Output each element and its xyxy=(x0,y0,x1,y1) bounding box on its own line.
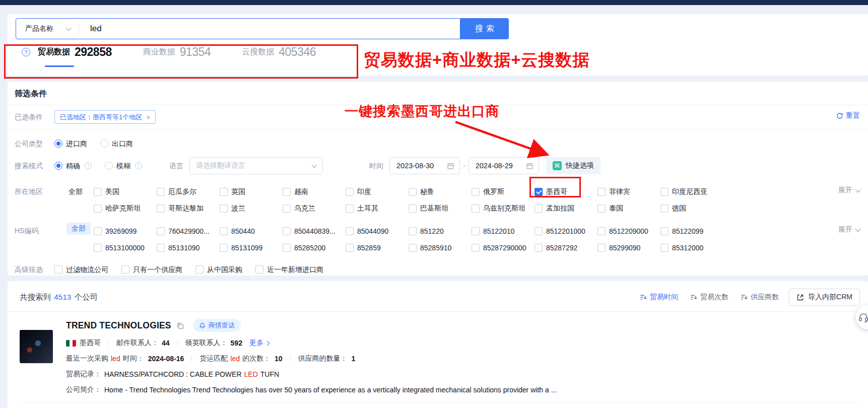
keyword-highlight: led xyxy=(111,355,120,363)
company-list-item[interactable]: TREND TECHNOLOGIES 商情雷达 墨西哥 邮件联系人： 44 xyxy=(8,312,868,394)
hscode-checkbox-8513100000[interactable]: 8513100000 xyxy=(94,244,157,252)
checkbox-icon xyxy=(283,188,291,196)
hscode-checkbox-760429900...[interactable]: 760429900... xyxy=(157,227,220,235)
keyword-highlight: led xyxy=(230,355,240,363)
search-input[interactable] xyxy=(79,24,460,34)
copy-icon[interactable] xyxy=(176,322,184,329)
region-checkbox-巴基斯坦[interactable]: 巴基斯坦 xyxy=(409,204,472,213)
region-checkbox-秘鲁[interactable]: 秘鲁 xyxy=(409,187,472,196)
advanced-filter-label: 高级筛选 xyxy=(15,263,54,276)
checkbox-icon xyxy=(409,244,417,252)
radio-option-精确[interactable]: 精确i xyxy=(54,157,92,174)
region-checkbox-德国[interactable]: 德国 xyxy=(660,204,723,213)
hscode-checkbox-852859[interactable]: 852859 xyxy=(346,244,409,252)
sort-label: 供应商数 xyxy=(751,293,779,302)
trade-record-label: 贸易记录： xyxy=(66,370,101,379)
radio-icon xyxy=(54,162,62,170)
hscode-checkbox-85287292[interactable]: 85287292 xyxy=(535,244,597,252)
reset-button[interactable]: 重置 xyxy=(836,111,860,120)
advanced-checkbox-从中国采购[interactable]: 从中国采购 xyxy=(195,263,242,276)
region-checkbox-菲律宾[interactable]: 菲律宾 xyxy=(597,187,660,196)
checkbox-row: 美国厄瓜多尔英国越南印度秘鲁俄罗斯墨西哥菲律宾印度尼西亚 xyxy=(94,183,860,200)
hscode-checkbox-85285200[interactable]: 85285200 xyxy=(283,244,346,252)
checkbox-label: 850440839... xyxy=(294,227,336,235)
purchase-prefix: 最近一次采购 xyxy=(66,354,108,363)
company-name[interactable]: TREND TECHNOLOGIES xyxy=(66,320,171,331)
region-checkbox-越南[interactable]: 越南 xyxy=(283,187,346,196)
trade-record-row: 贸易记录： HARNESS/PATCHCORD : CABLE POWER LE… xyxy=(66,370,860,379)
checkbox-icon xyxy=(346,227,354,235)
hscode-checkbox-85287290000[interactable]: 85287290000 xyxy=(472,244,535,252)
sort-贸易时间[interactable]: 贸易时间 xyxy=(640,293,678,302)
info-icon: i xyxy=(85,162,92,169)
region-checkbox-美国[interactable]: 美国 xyxy=(94,187,157,196)
region-checkbox-哈萨克斯坦[interactable]: 哈萨克斯坦 xyxy=(94,204,157,213)
region-checkbox-乌兹别克斯坦[interactable]: 乌兹别克斯坦 xyxy=(472,204,535,213)
advanced-checkbox-近一年新增进口商[interactable]: 近一年新增进口商 xyxy=(255,263,323,276)
checkbox-label: 85285200 xyxy=(294,244,325,252)
hscode-checkbox-85122099[interactable]: 85122099 xyxy=(660,227,723,235)
radar-badge[interactable]: 商情雷达 xyxy=(193,319,241,332)
divider xyxy=(177,339,178,347)
radio-option-模糊[interactable]: 模糊i xyxy=(105,157,142,174)
checkbox-label: 85122010 xyxy=(483,227,514,235)
region-checkbox-印度[interactable]: 印度 xyxy=(346,187,409,196)
hscode-checkbox-85131099[interactable]: 85131099 xyxy=(220,244,283,252)
hscode-checkbox-39269099[interactable]: 39269099 xyxy=(94,227,157,235)
import-icon xyxy=(796,294,804,301)
hscode-checkbox-851220[interactable]: 851220 xyxy=(409,227,472,235)
radio-option-进口商[interactable]: 进口商 xyxy=(54,137,87,150)
region-checkbox-波兰[interactable]: 波兰 xyxy=(220,204,283,213)
divider xyxy=(108,339,109,347)
chevron-down-icon xyxy=(855,226,860,232)
checkbox-label: 越南 xyxy=(294,187,308,196)
language-placeholder: 请选择翻译语言 xyxy=(196,161,245,170)
chevron-right-icon xyxy=(264,341,270,346)
hscode-checkbox-85131090[interactable]: 85131090 xyxy=(157,244,220,252)
search-button[interactable]: 搜索 xyxy=(460,18,509,39)
more-link[interactable]: 更多 xyxy=(249,338,269,348)
remove-tag-icon[interactable]: × xyxy=(146,113,150,121)
calendar-icon xyxy=(526,162,533,170)
checkbox-icon xyxy=(535,244,543,252)
region-checkbox-泰国[interactable]: 泰国 xyxy=(597,204,660,213)
region-checkbox-厄瓜多尔[interactable]: 厄瓜多尔 xyxy=(157,187,220,196)
sort-贸易次数[interactable]: 贸易次数 xyxy=(690,293,728,302)
search-category-dropdown[interactable]: 产品名称 xyxy=(16,24,79,33)
hscode-checkbox-85044090[interactable]: 85044090 xyxy=(346,227,409,235)
language-select[interactable]: 请选择翻译语言 xyxy=(189,157,323,174)
advanced-checkbox-过滤物流公司[interactable]: 过滤物流公司 xyxy=(54,263,108,276)
hscode-checkbox-85285910[interactable]: 85285910 xyxy=(409,244,472,252)
region-checkbox-土耳其[interactable]: 土耳其 xyxy=(346,204,409,213)
top-navbar xyxy=(0,0,868,5)
region-checkbox-英国[interactable]: 英国 xyxy=(220,187,283,196)
advanced-checkbox-只有一个供应商[interactable]: 只有一个供应商 xyxy=(121,263,182,276)
checkbox-icon xyxy=(597,227,606,235)
checkbox-icon xyxy=(157,227,165,235)
hscode-checkbox-8512201000[interactable]: 8512201000 xyxy=(535,227,597,235)
region-checkbox-俄罗斯[interactable]: 俄罗斯 xyxy=(472,187,535,196)
selected-region-tag[interactable]: 已选地区：墨西哥等1个地区 × xyxy=(54,110,156,124)
region-expand-button[interactable]: 展开 xyxy=(838,186,860,195)
hscode-checkbox-85299090[interactable]: 85299090 xyxy=(597,244,660,252)
hscode-checkbox-850440[interactable]: 850440 xyxy=(220,227,283,235)
hscode-all-button[interactable]: 全部 xyxy=(66,223,91,235)
checkbox-label: 85131099 xyxy=(231,244,262,252)
import-crm-label: 导入内部CRM xyxy=(808,293,852,302)
hscode-expand-button[interactable]: 展开 xyxy=(838,225,860,234)
region-checkbox-孟加拉国[interactable]: 孟加拉国 xyxy=(535,204,597,213)
region-checkbox-哥斯达黎加[interactable]: 哥斯达黎加 xyxy=(157,204,220,213)
sort-供应商数[interactable]: 供应商数 xyxy=(741,293,779,302)
summary-count: 4513 xyxy=(54,293,71,302)
import-crm-button[interactable]: 导入内部CRM xyxy=(789,289,860,306)
radio-option-出口商[interactable]: 出口商 xyxy=(100,137,133,150)
hscode-checkbox-85312000[interactable]: 85312000 xyxy=(660,244,723,252)
region-all-button[interactable]: 全部 xyxy=(54,183,94,200)
checkbox-icon xyxy=(94,188,102,196)
hscode-checkbox-85122010[interactable]: 85122010 xyxy=(472,227,535,235)
checkbox-icon xyxy=(94,205,102,213)
region-checkbox-乌克兰[interactable]: 乌克兰 xyxy=(283,204,346,213)
region-checkbox-印度尼西亚[interactable]: 印度尼西亚 xyxy=(660,187,723,196)
hscode-checkbox-8512209000[interactable]: 8512209000 xyxy=(597,227,660,235)
hscode-checkbox-850440839...[interactable]: 850440839... xyxy=(283,227,346,235)
